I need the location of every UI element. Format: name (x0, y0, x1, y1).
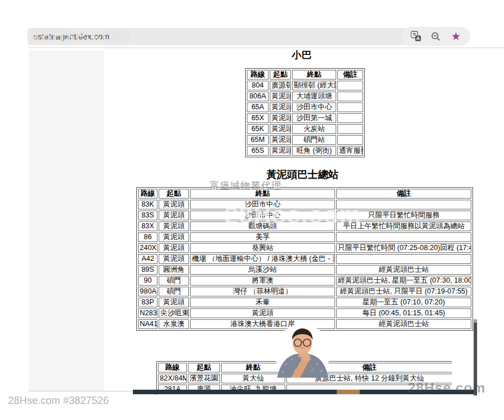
table-cell: 觀塘碼頭 (190, 221, 335, 231)
table-cell: 每日 (00:45, 01:15, 01:45) (336, 308, 471, 318)
table-cell: 禾輋 (190, 298, 335, 307)
table-cell: 經黃泥頭巴士站, 星期一至五 (07:30, 18:00) (336, 276, 471, 286)
table-cell: 旺角 (弼街) (292, 146, 336, 156)
url-text[interactable]: estateagentalex.com (33, 32, 109, 41)
table-cell: 65S (247, 146, 269, 156)
table-cell: 806A (247, 92, 269, 101)
table-cell: 大埔運頭塘 (292, 92, 336, 101)
table-header-cell: 備註 (337, 70, 363, 80)
table-cell: 65M (247, 135, 269, 145)
table-row: 89S圓洲角烏溪沙站經黃泥頭巴士站 (138, 265, 471, 275)
table-cell: 沙田市中心 (190, 200, 335, 209)
table-cell: 240X (138, 243, 158, 253)
table-cell: 葵興站 (190, 243, 335, 253)
terminus-section-title: 黃泥頭巴士總站 (136, 168, 468, 181)
table-cell: 美孚 (190, 232, 335, 242)
table-cell: 烏溪沙站 (190, 265, 335, 275)
table-cell: 經黃泥頭巴士站, 只限平日 (07:19-07:55) (336, 287, 471, 296)
table-cell (337, 113, 363, 123)
table-header-row: 路線起點終點備註 (247, 70, 363, 80)
table-header-cell: 起點 (188, 363, 220, 373)
table-cell: 沙田市中心 (190, 211, 335, 220)
toolbar-divider (27, 47, 504, 48)
table-header-row: 路線起點終點備註 (138, 189, 471, 199)
table-cell: 黃泥頭 (190, 308, 335, 318)
table-cell: 機場 （地面運輸中心） / 港珠澳大橋 (金巴 - 澳門/珠海) (190, 254, 335, 264)
table-row: 804廣源邨顯徑邨 (經大圍) (247, 81, 363, 90)
url-bar[interactable]: estateagentalex.com (27, 28, 408, 45)
table-cell: 火炭站 (292, 124, 336, 134)
table-cell: 黃泥頭 (159, 298, 189, 307)
table-cell: 804 (247, 81, 269, 90)
table-header-cell: 終點 (292, 70, 336, 80)
table-cell: 83P (138, 298, 158, 307)
table-cell (337, 135, 363, 145)
table-cell: 83S (138, 211, 158, 220)
table-row: 83P黃泥頭禾輋星期一至五 (07:10, 07:20) (138, 298, 471, 307)
table-header-cell: 路線 (158, 363, 187, 373)
table-row: A42黃泥頭機場 （地面運輸中心） / 港珠澳大橋 (金巴 - 澳門/珠海) (138, 254, 471, 264)
table-cell: 黃泥頭 (159, 211, 189, 220)
table-cell: 沙田第一城 (292, 113, 336, 123)
table-cell: 65K (247, 124, 269, 134)
table-cell (336, 232, 471, 242)
table-row: 65K黃泥頭火炭站 (247, 124, 363, 134)
table-cell: 將軍澳 (190, 276, 335, 286)
table-cell: 沙田市中心 (292, 102, 336, 112)
table-cell: A42 (138, 254, 158, 264)
bottom-right-watermark: 28Hse.com (408, 380, 486, 396)
table-cell: 經黃泥頭巴士站 (336, 265, 471, 275)
table-cell: 黃泥頭 (159, 243, 189, 253)
table-cell (337, 92, 363, 101)
table-cell: 只限平日繁忙時間服務 (336, 211, 471, 220)
table-header-cell: 起點 (159, 189, 189, 199)
browser-window: estateagentalex.com 28Hse.com ★ 小巴 (0, 0, 504, 420)
table-cell: 90 (138, 276, 158, 286)
table-cell: 86 (138, 232, 158, 242)
table-cell: 顯徑邨 (經大圍) (292, 81, 336, 90)
bookmark-star-icon[interactable]: ★ (450, 31, 462, 42)
terminus-table: 路線起點終點備註 83K黃泥頭沙田市中心83S黃泥頭沙田市中心只限平日繁忙時間服… (136, 187, 473, 331)
table-cell: 65A (247, 102, 269, 112)
table-row: 65M黃泥頭碩門站 (247, 135, 363, 145)
zoom-out-icon[interactable] (430, 31, 442, 42)
table-header-cell: 路線 (138, 189, 158, 199)
table-cell: 黃泥頭 (270, 135, 291, 145)
table-cell: 灣仔 （菲林明道） (190, 287, 335, 296)
table-cell: 83K (138, 200, 158, 209)
minibus-table: 路線起點終點備註 804廣源邨顯徑邨 (經大圍)806A黃泥頭大埔運頭塘65A黃… (245, 68, 365, 157)
table-row: 240X黃泥頭葵興站只限平日繁忙時間 (07:25-08:20)回程 (17:4… (138, 243, 471, 253)
table-cell: 星期一至五 (07:10, 07:20) (336, 298, 471, 307)
table-cell: N283 (138, 308, 158, 318)
table-cell: 黃泥頭 (159, 254, 189, 264)
table-row: 83S黃泥頭沙田市中心只限平日繁忙時間服務 (138, 211, 471, 220)
table-row: N283尖沙咀東黃泥頭每日 (00:45, 01:15, 01:45) (138, 308, 471, 318)
table-cell (336, 254, 471, 264)
table-cell: 碩門站 (292, 135, 336, 145)
table-cell (337, 124, 363, 134)
table-cell: 只限平日繁忙時間 (07:25-08:20)回程 (17:45-18:35) (336, 243, 471, 253)
table-cell: 廣源邨 (270, 81, 291, 90)
table-row: 90碩門將軍澳經黃泥頭巴士站, 星期一至五 (07:30, 18:00) (138, 276, 471, 286)
table-cell: 經黃泥頭巴士站 (336, 319, 471, 329)
translate-icon[interactable] (410, 31, 422, 42)
table-cell (337, 81, 363, 90)
table-cell: 黃泥頭 (270, 146, 291, 156)
table-cell: 濱景花園 (188, 374, 220, 383)
left-panel-underline (29, 391, 133, 391)
table-cell: 黃泥頭 (270, 102, 291, 112)
table-row: 65S黃泥頭旺角 (弼街)通宵服務 (247, 146, 363, 156)
table-row: 980A碩門灣仔 （菲林明道）經黃泥頭巴士站, 只限平日 (07:19-07:5… (138, 287, 471, 296)
table-cell (336, 200, 471, 209)
table-cell: 平日上午繁忙時間服務以黃泥頭為總站 (336, 221, 471, 231)
table-cell (337, 102, 363, 112)
table-cell: 黃泥頭 (159, 221, 189, 231)
minibus-section-title: 小巴 (245, 49, 358, 62)
table-cell: 89S (138, 265, 158, 275)
table-row: 806A黃泥頭大埔運頭塘 (247, 92, 363, 101)
table-cell: 980A (138, 287, 158, 296)
table-cell: 82X/84M (158, 374, 187, 383)
toolbar-icon-group: ★ (401, 27, 470, 46)
table-cell: 碩門 (159, 276, 189, 286)
table-cell: 黃泥頭 (270, 113, 291, 123)
